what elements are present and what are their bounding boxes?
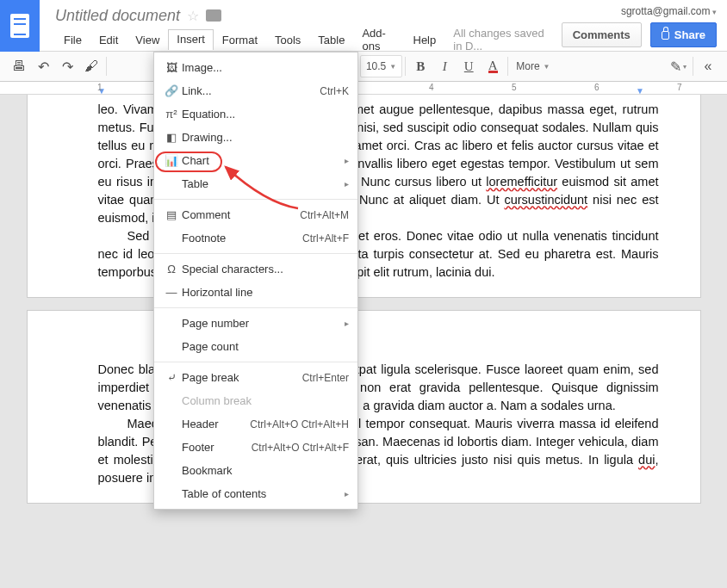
share-button[interactable]: Share [650,22,717,47]
menu-item-label: Link... [182,84,320,97]
editing-mode-icon[interactable]: ✎ ▾ [666,55,690,77]
insert-menu-item[interactable]: ⤶Page breakCtrl+Enter [154,366,357,389]
insert-menu-item[interactable]: Table of contents▸ [154,482,357,505]
insert-menu-item[interactable]: Page count [154,335,357,358]
menu-item-label: Comment [182,208,300,221]
comments-button[interactable]: Comments [562,22,642,47]
insert-menu-item[interactable]: HeaderCtrl+Alt+O Ctrl+Alt+H [154,412,357,436]
menu-item-shortcut: Ctrl+Alt+F [302,232,349,244]
menu-item-label: Header [182,418,250,430]
menu-item-icon: 🖼 [161,61,182,74]
menu-edit[interactable]: Edit [90,30,127,50]
underline-icon[interactable]: U [457,55,481,77]
insert-menu-item[interactable]: 🖼Image... [154,56,357,79]
more-button[interactable]: More ▼ [511,55,555,77]
menu-item-label: Drawing... [182,131,349,144]
print-icon[interactable]: 🖶 [7,55,31,77]
menu-help[interactable]: Help [405,30,445,50]
toolbar: 🖶 ↶ ↷ 🖌 ... ▼ 10.5 ▼ B I U A More ▼ ✎ ▾ … [0,52,727,82]
menu-item-icon: ◧ [161,131,182,144]
menu-item-icon: 🔗 [161,84,182,97]
menu-item-label: Equation... [182,108,349,121]
paint-format-icon[interactable]: 🖌 [79,55,103,77]
menu-item-label: Special characters... [182,263,349,275]
menu-view[interactable]: View [127,30,168,50]
menu-item-label: Table of contents [182,487,339,500]
menu-item-shortcut: Ctrl+Alt+O Ctrl+Alt+F [252,442,349,454]
menu-item-label: Page count [182,340,349,353]
document-page[interactable]: Donec blandit, neque vel amet est quam v… [27,310,701,504]
submenu-arrow-icon: ▸ [339,489,349,498]
insert-menu-item[interactable]: Page number▸ [154,312,357,335]
insert-menu-item[interactable]: ▤CommentCtrl+Alt+M [154,203,357,226]
horizontal-ruler[interactable]: ▼ 1 2 3 4 5 6 ▼ 7 [0,82,727,95]
insert-menu-item[interactable]: ◧Drawing... [154,126,357,149]
share-button-label: Share [674,28,705,41]
insert-menu-dropdown: 🖼Image...🔗Link...Ctrl+Kπ²Equation...◧Dra… [153,52,358,510]
menu-item-label: Chart [182,154,339,167]
menu-table[interactable]: Table [309,30,353,50]
font-size-combo[interactable]: 10.5 ▼ [360,55,402,77]
menu-item-label: Page number [182,317,339,330]
insert-menu-item[interactable]: —Horizontal line [154,281,357,304]
menu-item-label: Footnote [182,232,302,244]
insert-menu-item[interactable]: ΩSpecial characters... [154,257,357,281]
menu-insert[interactable]: Insert [168,29,214,50]
title-bar: Untitled document ☆ File Edit View Inser… [0,0,727,52]
document-canvas[interactable]: leo. Vivamus feugiat rutrum magna nec si… [0,95,727,588]
text-color-icon[interactable]: A [481,55,505,77]
star-icon[interactable]: ☆ [187,8,199,24]
undo-icon[interactable]: ↶ [31,55,55,77]
menu-item-shortcut: Ctrl+Enter [302,372,349,384]
submenu-arrow-icon: ▸ [339,156,349,165]
insert-menu-item[interactable]: π²Equation... [154,102,357,126]
submenu-arrow-icon: ▸ [339,179,349,189]
insert-menu-item[interactable]: FootnoteCtrl+Alt+F [154,226,357,250]
menu-item-icon: ⤶ [161,371,182,384]
menu-item-icon: π² [161,108,182,121]
insert-menu-item[interactable]: 🔗Link...Ctrl+K [154,79,357,102]
expand-icon[interactable]: « [696,55,720,77]
menu-item-shortcut: Ctrl+Alt+O Ctrl+Alt+H [250,418,349,430]
submenu-arrow-icon: ▸ [339,319,349,328]
lock-icon [662,31,669,40]
italic-icon[interactable]: I [432,55,457,77]
menu-addons[interactable]: Add-ons [353,23,404,56]
account-email[interactable]: sgrotta@gmail.com [621,5,717,17]
bold-icon[interactable]: B [408,55,432,77]
menu-item-icon: 📊 [161,154,182,167]
insert-menu-item[interactable]: FooterCtrl+Alt+O Ctrl+Alt+F [154,436,357,459]
menu-item-icon: Ω [161,263,182,275]
menu-item-label: Column break [182,394,349,407]
menu-file[interactable]: File [55,30,90,50]
menu-item-label: Table [182,177,339,190]
insert-menu-item[interactable]: Table▸ [154,172,357,195]
menu-item-shortcut: Ctrl+K [320,85,349,97]
insert-menu-item[interactable]: 📊Chart▸ [154,149,357,172]
menu-format[interactable]: Format [214,30,266,50]
docs-logo-icon[interactable] [0,0,40,52]
insert-menu-item[interactable]: Bookmark [154,459,357,482]
menu-item-icon: — [161,286,182,299]
menu-tools[interactable]: Tools [266,30,309,50]
redo-icon[interactable]: ↷ [55,55,79,77]
folder-icon[interactable] [206,9,221,22]
document-page[interactable]: leo. Vivamus feugiat rutrum magna nec si… [27,95,701,298]
insert-menu-item: Column break [154,389,357,412]
menu-item-label: Image... [182,61,349,74]
menu-item-shortcut: Ctrl+Alt+M [300,209,349,221]
save-status: All changes saved in D... [453,27,552,53]
document-title[interactable]: Untitled document [55,7,180,25]
menu-item-label: Bookmark [182,464,349,477]
menu-item-label: Footer [182,441,252,454]
menu-item-label: Horizontal line [182,286,349,299]
menu-item-label: Page break [182,371,302,384]
menubar: File Edit View Insert Format Tools Table… [55,29,553,50]
menu-item-icon: ▤ [161,208,182,221]
